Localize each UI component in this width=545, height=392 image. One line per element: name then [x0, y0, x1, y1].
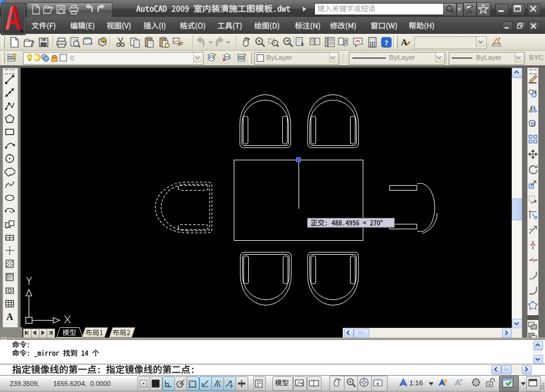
svg-text:0: 0	[70, 54, 74, 62]
svg-text:?: ?	[385, 38, 389, 47]
svg-text:A: A	[6, 312, 13, 322]
svg-text:A: A	[401, 38, 408, 47]
